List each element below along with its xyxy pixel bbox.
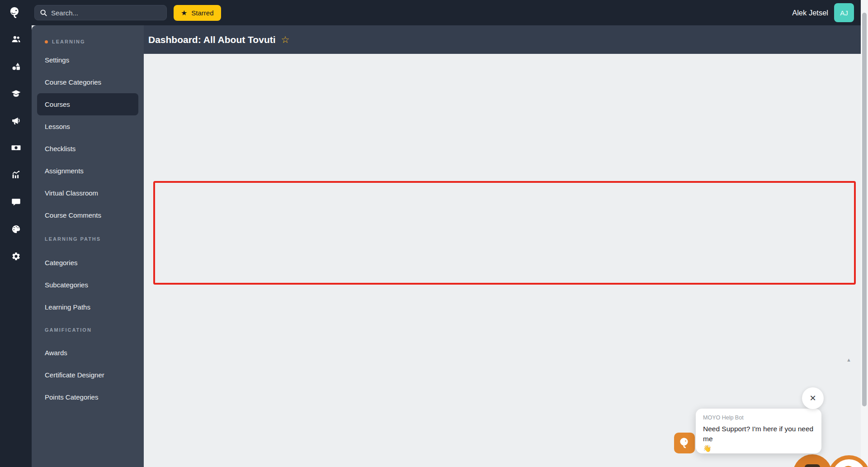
sidebar-item[interactable]: Points Categories: [32, 386, 144, 408]
section-gamification: GAMIFICATION: [32, 318, 144, 342]
wave-emoji: 👋: [703, 444, 814, 453]
favorite-star-icon[interactable]: ☆: [281, 34, 290, 45]
content-panel: [144, 54, 861, 467]
sidebar-item[interactable]: Settings: [32, 49, 144, 71]
sidebar-item[interactable]: Virtual Classroom: [32, 182, 144, 204]
bot-name: MOYO Help Bot: [703, 415, 814, 421]
top-bar: ★ Starred Alek Jetsel AJ: [0, 0, 861, 25]
banknote-icon[interactable]: [0, 134, 32, 161]
graduation-cap-icon[interactable]: [0, 80, 32, 107]
table-scroll-up-arrow[interactable]: ▲: [846, 357, 851, 362]
moyo-avatar: [674, 433, 695, 453]
palette-icon[interactable]: [0, 215, 32, 243]
starred-button[interactable]: ★ Starred: [174, 5, 221, 21]
sidebar-item[interactable]: Assignments: [32, 160, 144, 182]
sidebar-item[interactable]: Learning Paths: [32, 296, 144, 318]
elephant-icon: [677, 436, 692, 450]
icon-rail: [0, 25, 32, 467]
shapes-icon[interactable]: [0, 52, 32, 80]
page-scrollbar: [861, 0, 868, 467]
users-icon[interactable]: [0, 25, 32, 52]
sidebar-item[interactable]: Course Comments: [32, 204, 144, 226]
section-learning-paths: LEARNING PATHS: [32, 226, 144, 252]
active-section-dot: [45, 40, 48, 43]
user-avatar[interactable]: AJ: [834, 3, 854, 22]
search-box: [34, 5, 167, 20]
sidebar-item[interactable]: Awards: [32, 342, 144, 364]
chat-icon[interactable]: [0, 188, 32, 215]
page-header: Dashboard: All About Tovuti ☆: [144, 25, 861, 54]
robot-icon: [805, 464, 820, 467]
analytics-icon[interactable]: [0, 161, 32, 188]
close-icon: ✕: [809, 393, 816, 403]
section-learning: LEARNING: [32, 34, 144, 49]
sidebar-item[interactable]: Categories: [32, 252, 144, 274]
scrollbar-thumb[interactable]: [862, 13, 867, 406]
megaphone-icon[interactable]: [0, 107, 32, 134]
star-icon: ★: [181, 9, 187, 17]
sidebar-item[interactable]: Certificate Designer: [32, 364, 144, 386]
tovuti-logo-icon[interactable]: [6, 4, 24, 21]
page-title: Dashboard: All About Tovuti: [148, 34, 276, 45]
sidebar-nav: LEARNING SettingsCourse CategoriesCourse…: [32, 25, 144, 467]
elephant-logo-icon: [837, 462, 861, 467]
search-icon: [40, 10, 47, 16]
gear-icon[interactable]: [0, 243, 32, 270]
sidebar-item[interactable]: Courses: [37, 93, 138, 115]
sidebar-item[interactable]: Subcategories: [32, 274, 144, 296]
chat-close-button[interactable]: ✕: [802, 387, 824, 409]
sidebar-item[interactable]: Lessons: [32, 115, 144, 138]
sidebar-item[interactable]: Course Categories: [32, 71, 144, 93]
sidebar-item[interactable]: Checklists: [32, 138, 144, 160]
bot-message: Need Support? I'm here if you need me: [703, 424, 814, 443]
user-name: Alek Jetsel: [792, 9, 828, 17]
chat-bubble[interactable]: MOYO Help Bot Need Support? I'm here if …: [696, 409, 821, 453]
search-input[interactable]: [51, 9, 151, 17]
